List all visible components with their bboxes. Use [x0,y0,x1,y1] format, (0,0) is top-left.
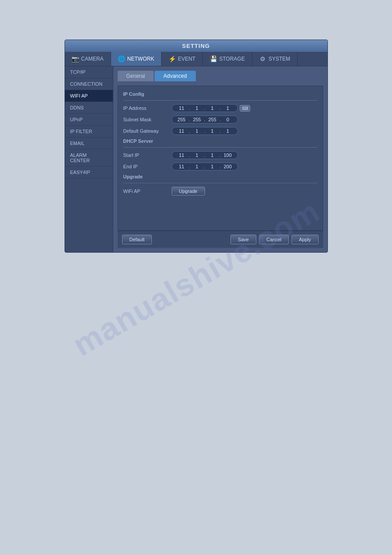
event-icon: ⚡ [169,55,176,62]
content-panel: General Advanced IP Config IP Address . [113,66,327,252]
sidebar-connection-label: CONNECTION [70,81,103,87]
subnet-mask-label: Subnet Mask [123,117,172,122]
start-ip-input-group[interactable]: . . . [172,151,238,159]
sidebar-item-wifiap[interactable]: WIFI AP [65,90,113,102]
subnet-mask-input-group[interactable]: . . . [172,116,238,123]
default-gateway-row: Default Gateway . . . [123,127,317,135]
ip-address-input-group[interactable]: . . . [172,104,238,112]
ip-address-octet3[interactable] [206,105,219,111]
gateway-octet1[interactable] [176,128,188,134]
sidebar-item-connection[interactable]: CONNECTION [65,78,113,90]
ip-address-octet2[interactable] [191,105,203,111]
nav-network-label: NETWORK [127,56,154,62]
save-button[interactable]: Save [230,235,256,244]
sidebar-tcpip-label: TCP/IP [70,69,86,75]
apply-button[interactable]: Apply [291,235,319,244]
start-ip-row: Start IP . . . [123,151,317,159]
nav-event[interactable]: ⚡ EVENT [162,52,203,66]
sidebar-item-ipfilter[interactable]: IP FILTER [65,126,113,138]
upgrade-button[interactable]: Upgrade [172,187,205,196]
gateway-dot-3: . [219,128,221,134]
ip-address-octet4[interactable] [222,105,234,111]
subnet-mask-row: Subnet Mask . . . [123,116,317,123]
ip-dot-2: . [204,105,205,111]
ip-address-octet1[interactable] [176,105,188,111]
subnet-octet2[interactable] [191,117,203,122]
subnet-dot-1: . [189,117,190,122]
sidebar-ipfilter-label: IP FILTER [70,129,92,134]
panel-body: IP Config IP Address . . . ⌨ [118,86,323,231]
sidebar-wifiap-label: WIFI AP [70,93,88,98]
startip-octet3[interactable] [206,152,219,158]
gateway-octet4[interactable] [222,128,234,134]
tab-bar: General Advanced [118,71,323,81]
sidebar-alarmcenter-label: ALARM CENTER [70,152,90,163]
sidebar-item-email[interactable]: EMAIL [65,138,113,149]
sidebar-item-alarmcenter[interactable]: ALARM CENTER [65,149,113,167]
endip-octet1[interactable] [176,164,188,169]
gateway-octet3[interactable] [206,128,219,134]
startip-octet2[interactable] [191,152,203,158]
nav-storage[interactable]: 💾 STORAGE [203,52,252,66]
divider-3 [123,183,317,183]
action-buttons: Save Cancel Apply [230,235,319,244]
end-ip-input-group[interactable]: . . . [172,163,238,170]
default-gateway-label: Default Gateway [123,128,172,134]
default-button[interactable]: Default [122,235,152,244]
ip-address-label: IP Address [123,105,172,111]
nav-event-label: EVENT [178,56,195,62]
ip-dot-1: . [189,105,190,111]
end-ip-row: End IP . . . [123,163,317,170]
endip-octet4[interactable] [222,164,234,169]
keyboard-button[interactable]: ⌨ [240,105,250,112]
nav-system[interactable]: ⚙ SYSTEM [252,52,298,66]
sidebar-item-upnp[interactable]: UPnP [65,114,113,126]
nav-camera[interactable]: 📷 CAMERA [65,52,111,66]
sidebar-upnp-label: UPnP [70,117,83,122]
storage-icon: 💾 [210,55,217,62]
nav-network[interactable]: 🌐 NETWORK [111,52,162,66]
tab-advanced[interactable]: Advanced [155,71,195,81]
tab-general[interactable]: General [118,71,154,81]
start-ip-label: Start IP [123,152,172,158]
sidebar-item-easy4ip[interactable]: EASY4IP [65,167,113,178]
nav-system-label: SYSTEM [269,56,290,62]
endip-dot-1: . [189,164,190,169]
title-bar: SETTING [65,40,327,52]
tab-general-label: General [126,73,145,79]
sidebar-email-label: EMAIL [70,141,85,146]
camera-icon: 📷 [72,55,79,62]
endip-octet2[interactable] [191,164,203,169]
ipconfig-section-title: IP Config [123,91,317,97]
subnet-octet3[interactable] [206,117,219,122]
startip-dot-3: . [219,152,221,158]
subnet-octet4[interactable] [222,117,234,122]
endip-dot-2: . [204,164,205,169]
cancel-button[interactable]: Cancel [259,235,289,244]
system-icon: ⚙ [259,55,266,62]
end-ip-label: End IP [123,164,172,169]
endip-octet3[interactable] [206,164,219,169]
startip-dot-1: . [189,152,190,158]
ip-dot-3: . [219,105,221,111]
sidebar-item-tcpip[interactable]: TCP/IP [65,66,113,78]
sidebar-item-ddns[interactable]: DDNS [65,102,113,114]
sidebar: TCP/IP CONNECTION WIFI AP DDNS UPnP IP F… [65,66,113,252]
top-nav: 📷 CAMERA 🌐 NETWORK ⚡ EVENT 💾 STORAGE ⚙ S… [65,52,327,66]
subnet-dot-2: . [204,117,205,122]
sidebar-ddns-label: DDNS [70,105,84,110]
default-gateway-input-group[interactable]: . . . [172,127,238,135]
startip-octet1[interactable] [176,152,188,158]
ip-address-row: IP Address . . . ⌨ [123,104,317,112]
app-title: SETTING [182,43,210,49]
gateway-octet2[interactable] [191,128,203,134]
main-content: TCP/IP CONNECTION WIFI AP DDNS UPnP IP F… [65,66,327,252]
setting-container: SETTING 📷 CAMERA 🌐 NETWORK ⚡ EVENT 💾 STO… [65,40,328,253]
startip-octet4[interactable] [222,152,234,158]
sidebar-easy4ip-label: EASY4IP [70,170,90,175]
wifiap-upgrade-label: WiFi AP [123,189,172,194]
bottom-bar: Default Save Cancel Apply [118,231,323,248]
network-icon: 🌐 [118,55,125,62]
subnet-octet1[interactable] [176,117,188,122]
nav-storage-label: STORAGE [219,56,245,62]
